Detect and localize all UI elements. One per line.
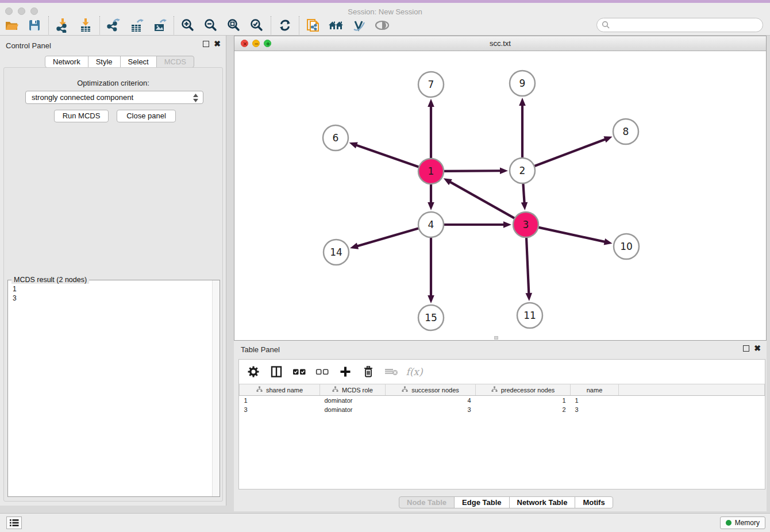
tab-select[interactable]: Select	[120, 56, 157, 68]
edge-arrowhead	[525, 293, 532, 301]
toolbar-separator	[299, 16, 299, 34]
table-row[interactable]: 3dominator323	[240, 405, 765, 414]
network-window-title: scc.txt	[234, 36, 766, 51]
save-session-icon[interactable]	[23, 16, 46, 35]
function-builder-icon: f(x)	[407, 364, 422, 379]
node-table-container: f(x) shared nameMCDS rolesuccessor nodes…	[238, 359, 765, 489]
toolbar-separator	[271, 16, 271, 34]
memory-button[interactable]: Memory	[720, 516, 765, 529]
column-header-name[interactable]: name	[571, 384, 619, 396]
export-network-icon[interactable]	[102, 16, 125, 35]
titlebar: Session: New Session	[0, 3, 770, 15]
search-icon	[602, 21, 610, 29]
table-tab-node-table[interactable]: Node Table	[399, 496, 455, 508]
edge-arrowhead	[521, 202, 528, 210]
run-mcds-button[interactable]: Run MCDS	[54, 110, 109, 122]
column-header-predecessor-nodes[interactable]: predecessor nodes	[476, 384, 571, 396]
edge-2-3[interactable]	[523, 183, 524, 204]
edge-arrowhead	[350, 243, 359, 249]
cell-predecessor-nodes[interactable]: 2	[476, 405, 571, 414]
delete-table-icon	[384, 364, 399, 379]
graphics-details-icon[interactable]	[348, 16, 371, 35]
zoom-selected-icon[interactable]	[245, 16, 268, 35]
column-header-successor-nodes[interactable]: successor nodes	[386, 384, 476, 396]
criterion-value: strongly connected component	[32, 93, 133, 102]
float-table-panel-icon[interactable]	[743, 345, 749, 352]
cell-successor-nodes[interactable]: 3	[386, 405, 476, 414]
table-row[interactable]: 1dominator411	[240, 396, 765, 405]
tab-network[interactable]: Network	[45, 56, 88, 68]
birdseye-view-icon[interactable]	[371, 16, 394, 35]
edge-4-14[interactable]	[356, 228, 419, 246]
node-label-6: 6	[333, 132, 339, 144]
task-history-button[interactable]	[6, 516, 22, 529]
float-panel-icon[interactable]	[203, 41, 209, 47]
export-table-icon[interactable]	[125, 16, 148, 35]
split-columns-icon[interactable]	[269, 364, 284, 379]
column-header-shared-name[interactable]: shared name	[240, 384, 320, 396]
status-bar: Memory	[0, 513, 770, 532]
cell-shared-name[interactable]: 1	[240, 396, 320, 405]
criterion-select[interactable]: strongly connected component	[25, 91, 203, 104]
close-panel-button[interactable]: Close panel	[117, 110, 176, 122]
edge-3-11[interactable]	[526, 237, 529, 295]
cell-filler	[619, 405, 765, 414]
canvas-splitter-handle[interactable]	[494, 336, 498, 340]
new-network-from-selection-icon[interactable]	[302, 16, 325, 35]
delete-column-icon[interactable]	[361, 364, 376, 379]
column-header-MCDS-role[interactable]: MCDS role	[320, 384, 386, 396]
select-all-columns-icon[interactable]	[292, 364, 307, 379]
edge-2-8[interactable]	[534, 139, 607, 167]
edge-arrowhead	[603, 136, 612, 142]
table-tab-motifs[interactable]: Motifs	[575, 496, 613, 508]
cell-MCDS-role[interactable]: dominator	[320, 405, 386, 414]
import-table-icon[interactable]	[74, 16, 97, 35]
tab-mcds[interactable]: MCDS	[156, 56, 194, 68]
zoom-out-icon[interactable]	[199, 16, 222, 35]
table-panel: Table Panel ✖	[234, 341, 767, 511]
network-zoom-button[interactable]	[264, 40, 271, 47]
cell-successor-nodes[interactable]: 4	[386, 396, 476, 405]
export-image-icon[interactable]	[148, 16, 171, 35]
close-panel-icon[interactable]: ✖	[214, 41, 221, 47]
close-table-panel-icon[interactable]: ✖	[754, 345, 761, 352]
network-graph[interactable]: 7968124314101511	[234, 51, 766, 340]
toolbar-separator	[48, 16, 49, 34]
cell-name[interactable]: 3	[571, 405, 619, 414]
node-label-7: 7	[428, 79, 434, 90]
tab-style[interactable]: Style	[88, 56, 121, 68]
zoom-fit-icon[interactable]	[222, 16, 245, 35]
table-toolbar: f(x)	[239, 360, 765, 384]
node-label-11: 11	[523, 310, 536, 321]
network-canvas[interactable]: 7968124314101511	[234, 51, 766, 340]
add-column-icon[interactable]	[338, 364, 353, 379]
open-file-icon[interactable]	[0, 16, 23, 35]
search-input[interactable]	[596, 18, 763, 32]
edge-3-1[interactable]	[449, 182, 514, 219]
cell-predecessor-nodes[interactable]: 1	[476, 396, 571, 405]
table-tab-network-table[interactable]: Network Table	[509, 496, 576, 508]
node-label-3: 3	[523, 219, 529, 230]
cell-name[interactable]: 1	[571, 396, 619, 405]
network-close-button[interactable]	[241, 40, 248, 47]
edge-arrowhead	[428, 295, 434, 303]
network-minimize-button[interactable]	[252, 40, 260, 47]
zoom-in-icon[interactable]	[176, 16, 199, 35]
edge-1-2[interactable]	[444, 171, 502, 171]
control-panel: Control Panel ✖ NetworkStyleSelectMCDS O…	[0, 36, 226, 506]
column-settings-icon[interactable]	[246, 364, 261, 379]
table-header-row: shared nameMCDS rolesuccessor nodesprede…	[240, 384, 765, 396]
cell-MCDS-role[interactable]: dominator	[320, 396, 386, 405]
table-tab-edge-table[interactable]: Edge Table	[454, 496, 509, 508]
result-scrollbar[interactable]	[212, 280, 220, 496]
home-networks-icon[interactable]	[325, 16, 348, 35]
cell-shared-name[interactable]: 3	[240, 405, 320, 414]
edge-1-6[interactable]	[355, 145, 419, 167]
refresh-icon[interactable]	[274, 16, 297, 35]
edge-arrowhead	[349, 142, 358, 148]
unselect-all-columns-icon[interactable]	[315, 364, 330, 379]
import-network-icon[interactable]	[51, 16, 74, 35]
application-window: Session: New Session	[0, 0, 770, 532]
hierarchy-icon	[402, 386, 408, 394]
edge-3-10[interactable]	[538, 228, 606, 242]
